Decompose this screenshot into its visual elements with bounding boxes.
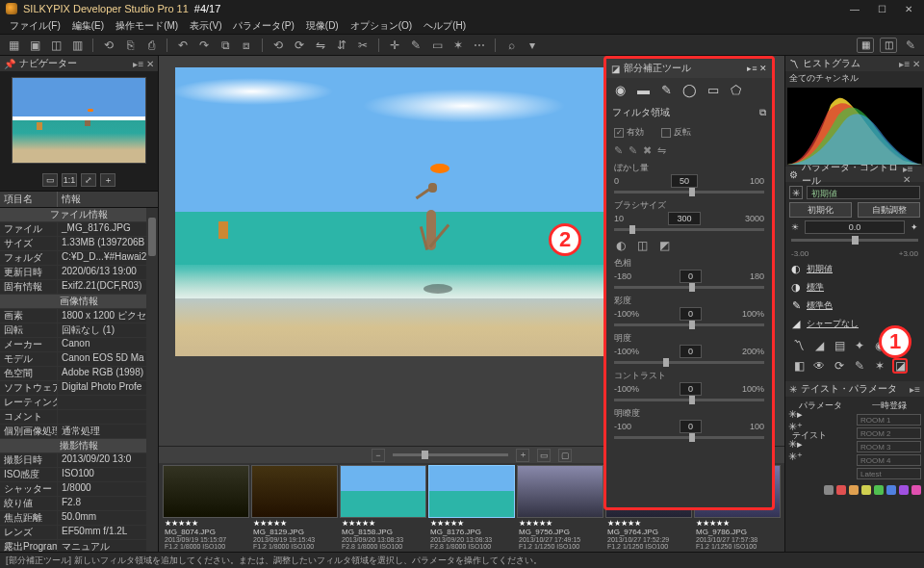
- add-pick-icon[interactable]: ✎: [629, 144, 637, 157]
- invert-checkbox[interactable]: 反転: [661, 126, 691, 139]
- tone-label[interactable]: 標準: [807, 281, 824, 294]
- slider-value[interactable]: 0: [680, 270, 702, 283]
- poly-tool-icon[interactable]: ⬠: [728, 82, 744, 98]
- exposure-slider[interactable]: [791, 239, 918, 242]
- dust-icon[interactable]: ✶: [450, 38, 466, 53]
- color-icon[interactable]: ✎: [789, 298, 803, 312]
- t-highlight-icon[interactable]: ◢: [811, 338, 827, 353]
- chip-yellow[interactable]: [861, 485, 871, 495]
- slider-track[interactable]: [614, 228, 764, 231]
- slider-track[interactable]: [614, 361, 764, 364]
- tool-image-icon[interactable]: ▣: [27, 38, 42, 53]
- picker-icon[interactable]: ✛: [387, 38, 402, 53]
- rating-stars[interactable]: ★★★★★: [340, 518, 426, 528]
- flip-h-icon[interactable]: ⇋: [313, 38, 328, 53]
- brush-tool-icon[interactable]: ✎: [658, 82, 675, 98]
- zoom-slider[interactable]: [393, 453, 508, 456]
- menu-view[interactable]: 表示(V): [186, 18, 225, 34]
- chip-purple[interactable]: [899, 485, 909, 495]
- chip-red[interactable]: [836, 485, 846, 495]
- slider-track[interactable]: [614, 399, 764, 401]
- chip-pink[interactable]: [911, 485, 921, 495]
- auto-button[interactable]: 自動調整: [858, 202, 920, 218]
- tool-quad-icon[interactable]: ▥: [69, 38, 85, 53]
- chip-grey[interactable]: [824, 485, 834, 495]
- room-2[interactable]: ROOM 2: [857, 427, 921, 439]
- room-1[interactable]: ROOM 1: [857, 414, 921, 426]
- slider-value[interactable]: 300: [668, 212, 700, 225]
- t-brush-icon[interactable]: ✎: [852, 358, 867, 374]
- menu-edit[interactable]: 編集(E): [68, 18, 108, 34]
- redo-icon[interactable]: ↷: [196, 38, 212, 53]
- room-latest[interactable]: Latest: [857, 468, 921, 479]
- t-eye-icon[interactable]: 👁: [811, 358, 827, 374]
- slider-track[interactable]: [614, 191, 764, 194]
- exposure-value[interactable]: 0.0: [805, 220, 905, 234]
- menu-file[interactable]: ファイル(F): [6, 18, 64, 34]
- room-3[interactable]: ROOM 3: [857, 441, 921, 452]
- tool-compare-icon[interactable]: ◫: [48, 38, 64, 53]
- more-icon[interactable]: ⋯: [472, 38, 487, 53]
- minimize-button[interactable]: —: [845, 2, 864, 15]
- nav-zoom-icon[interactable]: ⤢: [81, 173, 96, 187]
- navigator-thumbnail[interactable]: [12, 77, 146, 164]
- rotate-ccw-icon[interactable]: ⟲: [270, 38, 286, 53]
- color-label[interactable]: 標準色: [807, 299, 833, 312]
- menu-mode[interactable]: 操作モード(M): [112, 18, 182, 34]
- t-curve-icon[interactable]: 〽: [791, 338, 807, 353]
- panel-menu-icon[interactable]: ▸≡: [910, 384, 920, 395]
- pin-icon[interactable]: 📌: [4, 59, 15, 69]
- info-scrollbar[interactable]: [146, 208, 158, 552]
- batch-icon[interactable]: ⎘: [122, 38, 138, 53]
- view-mode-1-icon[interactable]: ▦: [857, 38, 874, 53]
- hist-channel[interactable]: 全てのチャンネル: [785, 71, 924, 86]
- copy-icon[interactable]: ⧉: [218, 38, 233, 53]
- t-detail-icon[interactable]: ✦: [852, 338, 867, 353]
- partial-correction-tool-icon[interactable]: ◪: [892, 358, 908, 374]
- chip-orange[interactable]: [849, 485, 859, 495]
- init-button[interactable]: 初期化: [789, 202, 852, 218]
- panel-menu-icon[interactable]: ▸≡ ✕: [133, 59, 154, 69]
- pick-icon[interactable]: ✎: [614, 144, 623, 157]
- thumbnail[interactable]: ★★★★★MG_8074.JPG2013/09/19 15:15:07F1.2 …: [163, 465, 249, 550]
- thumbnail[interactable]: ★★★★★MG_8129.JPG2013/09/19 19:15:43F1.2 …: [251, 465, 338, 550]
- preset-gear-icon[interactable]: ✳: [789, 186, 803, 199]
- search-icon[interactable]: ⌕: [503, 38, 519, 53]
- rect-tool-icon[interactable]: ▭: [705, 82, 721, 98]
- rating-stars[interactable]: ★★★★★: [517, 518, 603, 528]
- zoom-in-icon[interactable]: ＋: [516, 449, 529, 462]
- rating-stars[interactable]: ★★★★★: [428, 518, 515, 528]
- tone-icon[interactable]: ◑: [789, 280, 803, 294]
- erase-icon[interactable]: ✖: [643, 144, 652, 157]
- tab-sharp-icon[interactable]: ◩: [656, 238, 673, 252]
- room-4[interactable]: ROOM 4: [857, 454, 921, 466]
- print-icon[interactable]: ⎙: [143, 38, 159, 53]
- zoom-fit-icon[interactable]: ▭: [537, 449, 551, 462]
- menu-help[interactable]: ヘルプ(H): [420, 18, 470, 34]
- t-tone-icon[interactable]: ▤: [832, 338, 847, 353]
- mask-icon[interactable]: ▭: [429, 38, 445, 53]
- menu-dev[interactable]: 現像(D): [302, 18, 343, 34]
- view-mode-2-icon[interactable]: ◫: [880, 38, 897, 53]
- undo-icon[interactable]: ↶: [175, 38, 191, 53]
- slider-value[interactable]: 0: [680, 382, 702, 396]
- flip-icon[interactable]: ⇋: [657, 144, 666, 157]
- crop-icon[interactable]: ✂: [355, 38, 371, 53]
- maximize-button[interactable]: ☐: [872, 2, 891, 15]
- taste-apply-icon[interactable]: ✳▸ ✳⁺: [788, 414, 809, 427]
- rating-stars[interactable]: ★★★★★: [251, 518, 338, 528]
- panel-menu-icon[interactable]: ▸≡ ✕: [899, 59, 920, 69]
- nav-100-icon[interactable]: 1:1: [62, 173, 77, 187]
- chip-blue[interactable]: [886, 485, 896, 495]
- slider-value[interactable]: 0: [680, 345, 702, 358]
- brush-mode-icon[interactable]: ✎: [903, 38, 918, 53]
- grad-circle-tool-icon[interactable]: ◉: [612, 82, 629, 98]
- sharp-icon[interactable]: ◢: [789, 317, 803, 330]
- menu-option[interactable]: オプション(O): [346, 18, 416, 34]
- slider-track[interactable]: [614, 323, 764, 326]
- t-rotate-icon[interactable]: ⟳: [832, 358, 847, 374]
- flip-v-icon[interactable]: ⇵: [334, 38, 349, 53]
- eyedrop-icon[interactable]: ✎: [408, 38, 424, 53]
- preset-select[interactable]: 初期値: [807, 186, 920, 199]
- chip-green[interactable]: [874, 485, 884, 495]
